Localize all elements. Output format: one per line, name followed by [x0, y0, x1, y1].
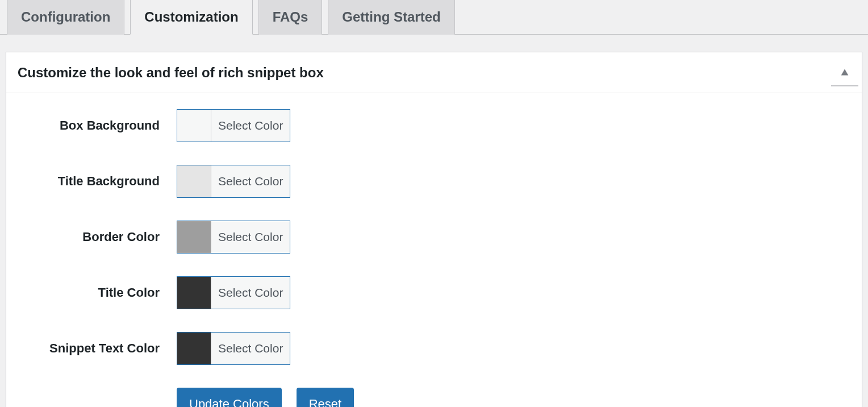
row-snippet-text-color: Snippet Text Color Select Color: [18, 332, 850, 365]
swatch-title-background: [177, 165, 211, 197]
color-picker-border-color[interactable]: Select Color: [177, 221, 290, 254]
swatch-snippet-text-color: [177, 333, 211, 364]
color-picker-label: Select Color: [211, 221, 290, 253]
label-snippet-text-color: Snippet Text Color: [18, 341, 177, 356]
color-picker-snippet-text-color[interactable]: Select Color: [177, 332, 290, 365]
swatch-border-color: [177, 221, 211, 253]
color-picker-label: Select Color: [211, 165, 290, 197]
panel-collapse-toggle[interactable]: [831, 59, 858, 86]
row-title-background: Title Background Select Color: [18, 165, 850, 198]
color-picker-label: Select Color: [211, 110, 290, 142]
actions-row: Update Colors Reset: [18, 388, 850, 407]
label-title-color: Title Color: [18, 285, 177, 300]
color-picker-label: Select Color: [211, 333, 290, 364]
row-title-color: Title Color Select Color: [18, 276, 850, 309]
color-picker-title-color[interactable]: Select Color: [177, 276, 290, 309]
color-picker-label: Select Color: [211, 277, 290, 309]
tab-getting-started[interactable]: Getting Started: [328, 0, 454, 35]
reset-button[interactable]: Reset: [297, 388, 354, 407]
swatch-title-color: [177, 277, 211, 309]
update-colors-button[interactable]: Update Colors: [177, 388, 282, 407]
tab-faqs[interactable]: FAQs: [258, 0, 323, 35]
panel-header: Customize the look and feel of rich snip…: [6, 52, 862, 93]
label-box-background: Box Background: [18, 118, 177, 133]
customization-panel: Customize the look and feel of rich snip…: [6, 52, 862, 407]
tabs-bar: Configuration Customization FAQs Getting…: [0, 0, 868, 35]
label-border-color: Border Color: [18, 230, 177, 244]
color-picker-title-background[interactable]: Select Color: [177, 165, 290, 198]
chevron-up-icon: [841, 68, 849, 76]
label-title-background: Title Background: [18, 174, 177, 189]
row-border-color: Border Color Select Color: [18, 221, 850, 254]
panel-body: Box Background Select Color Title Backgr…: [6, 93, 862, 407]
panel-title: Customize the look and feel of rich snip…: [18, 65, 324, 81]
color-picker-box-background[interactable]: Select Color: [177, 109, 290, 142]
tab-customization[interactable]: Customization: [130, 0, 252, 35]
swatch-box-background: [177, 110, 211, 142]
row-box-background: Box Background Select Color: [18, 109, 850, 142]
tab-configuration[interactable]: Configuration: [7, 0, 124, 35]
svg-marker-0: [841, 69, 849, 75]
